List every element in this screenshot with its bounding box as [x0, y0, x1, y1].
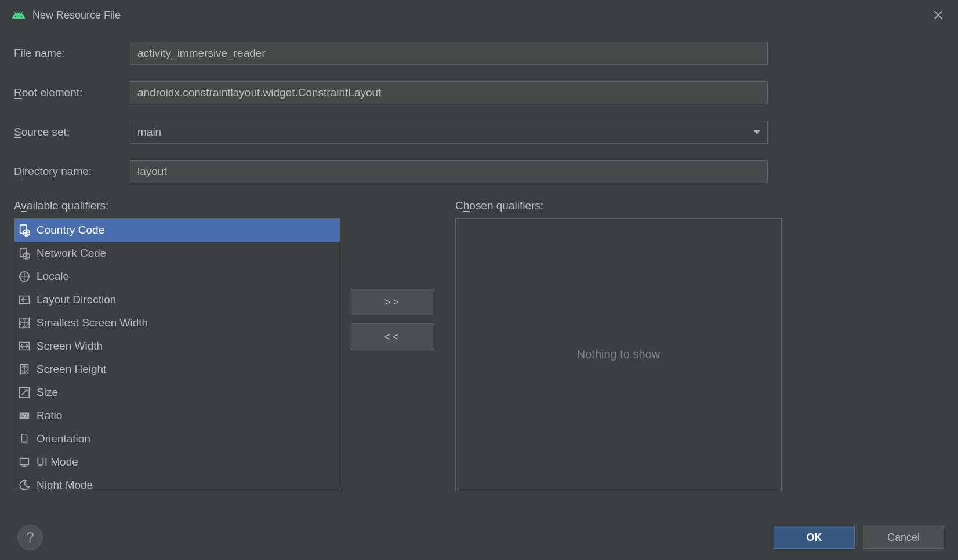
qualifier-item[interactable]: Orientation [14, 427, 340, 450]
label-directory-name: Directory name: [14, 165, 124, 178]
dropdown-arrow-icon [753, 130, 760, 134]
dialog-footer: ? OK Cancel [0, 515, 958, 560]
dialog-title: New Resource File [32, 9, 121, 21]
qualifier-item[interactable]: Smallest Screen Width [14, 311, 340, 334]
close-button[interactable] [930, 7, 946, 23]
content-area: File name: Root element: Source set: mai… [0, 30, 958, 515]
svg-rect-13 [20, 459, 29, 465]
uimode-icon [18, 456, 31, 468]
globe-icon [18, 270, 31, 283]
arrows-v-box-icon [18, 363, 31, 376]
titlebar: New Resource File [0, 0, 958, 30]
qualifier-label: Night Mode [37, 479, 93, 490]
night-icon [18, 479, 31, 490]
qualifier-item[interactable]: Network Code [14, 242, 340, 265]
file-globe-icon [18, 224, 31, 237]
qualifier-label: Smallest Screen Width [37, 317, 148, 329]
ratio-box-icon: 4:3 [18, 409, 31, 422]
qualifier-item[interactable]: Layout Direction [14, 288, 340, 311]
chosen-qualifiers-list[interactable]: Nothing to show [455, 218, 782, 490]
move-buttons: >> << [351, 289, 434, 350]
cancel-button[interactable]: Cancel [863, 526, 944, 549]
row-source-set: Source set: main [14, 121, 944, 144]
label-file-name: File name: [14, 47, 124, 60]
add-qualifier-button[interactable]: >> [351, 289, 434, 315]
qualifier-item[interactable]: Night Mode [14, 474, 340, 490]
qualifier-label: Orientation [37, 432, 90, 445]
footer-buttons: OK Cancel [774, 526, 944, 549]
help-button[interactable]: ? [17, 525, 43, 550]
qualifier-item[interactable]: Locale [14, 265, 340, 288]
source-set-select[interactable]: main [130, 121, 768, 144]
qualifier-label: UI Mode [37, 456, 78, 468]
source-set-value: main [137, 126, 161, 139]
chosen-column: Chosen qualifiers: Nothing to show [455, 199, 782, 490]
qualifier-item[interactable]: Country Code [14, 219, 340, 242]
arrows-out-icon [18, 317, 31, 329]
svg-rect-12 [21, 434, 27, 442]
arrow-left-box-icon [18, 293, 31, 306]
available-column: Available qualifiers: Country Code Netwo… [14, 199, 340, 490]
directory-name-input[interactable] [130, 160, 768, 183]
remove-qualifier-button[interactable]: << [351, 323, 434, 350]
arrows-h-box-icon [18, 340, 31, 352]
file-name-input[interactable] [130, 42, 768, 65]
qualifier-item[interactable]: Screen Height [14, 358, 340, 381]
qualifier-label: Layout Direction [37, 293, 116, 306]
titlebar-left: New Resource File [12, 8, 121, 22]
qualifier-item[interactable]: Screen Width [14, 334, 340, 358]
qualifier-label: Size [37, 386, 58, 399]
qualifier-item[interactable]: UI Mode [14, 450, 340, 474]
nothing-to-show-text: Nothing to show [577, 348, 660, 361]
label-root-element: Root element: [14, 86, 124, 99]
label-available: Available qualifiers: [14, 199, 340, 212]
qualifier-label: Screen Height [37, 363, 106, 376]
row-directory-name: Directory name: [14, 160, 944, 183]
qualifier-item[interactable]: 4:3 Ratio [14, 404, 340, 427]
qualifier-label: Ratio [37, 409, 62, 422]
arrow-diag-box-icon [18, 386, 31, 399]
qualifier-label: Country Code [37, 224, 104, 237]
svg-text:4:3: 4:3 [21, 413, 28, 419]
root-element-input[interactable] [130, 81, 768, 104]
android-icon [12, 8, 26, 22]
qualifier-label: Locale [37, 270, 69, 283]
qualifier-label: Network Code [37, 247, 106, 260]
ok-button[interactable]: OK [774, 526, 855, 549]
label-source-set: Source set: [14, 126, 124, 139]
file-globe-icon [18, 247, 31, 260]
label-chosen: Chosen qualifiers: [455, 199, 782, 212]
available-qualifiers-list[interactable]: Country Code Network Code Locale Layout … [14, 218, 340, 490]
new-resource-dialog: New Resource File File name: Root elemen… [0, 0, 958, 560]
orientation-icon [18, 432, 31, 445]
qualifier-label: Screen Width [37, 340, 103, 352]
qualifiers-row: Available qualifiers: Country Code Netwo… [14, 199, 944, 490]
row-root-element: Root element: [14, 81, 944, 104]
qualifier-item[interactable]: Size [14, 381, 340, 404]
row-file-name: File name: [14, 42, 944, 65]
